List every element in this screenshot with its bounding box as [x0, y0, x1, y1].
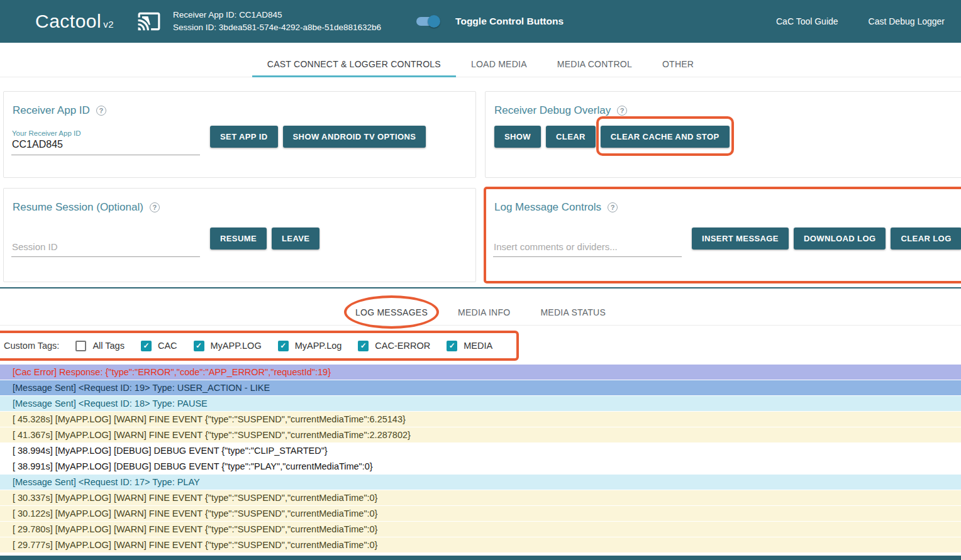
show-button[interactable]: SHOW — [494, 126, 541, 148]
resume-button[interactable]: RESUME — [210, 228, 267, 250]
tab-load-media[interactable]: LOAD MEDIA — [456, 52, 542, 77]
help-icon[interactable] — [96, 106, 106, 116]
checkbox-all-tags[interactable] — [75, 341, 86, 351]
tag-label: CAC-ERROR — [375, 341, 430, 351]
app-name: Cactool — [35, 11, 101, 31]
button-row: SET APP ID SHOW ANDROID TV OPTIONS — [210, 126, 426, 148]
log-row: [ 45.328s] [MyAPP.LOG] [WARN] FINE EVENT… — [0, 412, 961, 427]
checkbox-myapp-log-mixed[interactable] — [278, 341, 289, 351]
field-label: Your Receiver App ID — [12, 129, 200, 137]
session-info: Receiver App ID: CC1AD845 Session ID: 3b… — [173, 9, 381, 34]
button-row: INSERT MESSAGE DOWNLOAD LOG CLEAR LOG — [692, 228, 961, 250]
header-links: CaC Tool Guide Cast Debug Logger — [776, 16, 945, 26]
tag-myapp-log-mixed[interactable]: MyAPP.Log — [278, 341, 342, 351]
log-message-list: [Cac Error] Response: {"type":"ERROR","c… — [0, 365, 961, 553]
log-row: [ 38.991s] [MyAPP.LOG] [DEBUG] DEBUG EVE… — [0, 459, 961, 475]
receiver-app-id-line: Receiver App ID: CC1AD845 — [173, 9, 381, 21]
insert-message-button[interactable]: INSERT MESSAGE — [692, 228, 789, 250]
leave-button[interactable]: LEAVE — [272, 228, 319, 250]
show-android-tv-options-button[interactable]: SHOW ANDROID TV OPTIONS — [283, 126, 426, 148]
checkbox-cac[interactable] — [141, 341, 152, 351]
tab-cast-connect-logger-controls[interactable]: CAST CONNECT & LOGGER CONTROLS — [252, 52, 456, 77]
log-row: [Message Sent] <Request ID: 17> Type: PL… — [0, 475, 961, 490]
button-row: RESUME LEAVE — [210, 228, 319, 250]
clear-cache-button-wrap: CLEAR CACHE AND STOP — [601, 126, 730, 148]
help-icon[interactable] — [617, 106, 627, 116]
panel-resume-session: Resume Session (Optional) RESUME LEAVE — [3, 188, 476, 282]
set-app-id-button[interactable]: SET APP ID — [210, 126, 278, 148]
clear-log-button[interactable]: CLEAR LOG — [891, 228, 961, 250]
panel-title-row: Receiver Debug Overlay — [494, 104, 961, 117]
log-comment-input[interactable] — [493, 239, 682, 257]
button-row: SHOW CLEAR CLEAR CACHE AND STOP — [494, 126, 730, 148]
tab-log-messages[interactable]: LOG MESSAGES — [340, 300, 443, 325]
cast-icon — [135, 9, 163, 33]
session-id-value: 3bdea581-574e-4292-a8be-51de881632b6 — [219, 23, 381, 32]
custom-tags-inner: Custom Tags: All Tags CAC MyAPP.LOG MyAP… — [4, 333, 518, 358]
panel-title-row: Receiver App ID — [13, 104, 468, 117]
tag-label: All Tags — [92, 341, 125, 351]
log-row: [ 29.777s] [MyAPP.LOG] [WARN] FINE EVENT… — [0, 537, 961, 553]
tag-label: MyAPP.Log — [295, 341, 342, 351]
panel-body: INSERT MESSAGE DOWNLOAD LOG CLEAR LOG — [493, 228, 961, 257]
log-messages-tab-wrap: LOG MESSAGES — [340, 300, 443, 325]
checkbox-cac-error[interactable] — [358, 341, 369, 351]
app-header: Cactoolv2 Receiver App ID: CC1AD845 Sess… — [0, 0, 961, 43]
panel-log-message-controls: Log Message Controls INSERT MESSAGE DOWN… — [485, 188, 961, 282]
panel-title-row: Resume Session (Optional) — [13, 201, 468, 214]
download-log-button[interactable]: DOWNLOAD LOG — [794, 228, 886, 250]
log-row: [ 30.337s] [MyAPP.LOG] [WARN] FINE EVENT… — [0, 490, 961, 506]
tab-media-control[interactable]: MEDIA CONTROL — [542, 52, 647, 77]
panel-body: Your Receiver App ID SET APP ID SHOW AND… — [11, 126, 468, 155]
panel-receiver-debug-overlay: Receiver Debug Overlay SHOW CLEAR CLEAR … — [485, 91, 961, 178]
session-id-field — [11, 232, 200, 257]
receiver-app-id-input[interactable] — [11, 137, 200, 155]
log-row: [ 38.994s] [MyAPP.LOG] [DEBUG] DEBUG EVE… — [0, 443, 961, 459]
tab-media-info[interactable]: MEDIA INFO — [443, 300, 525, 325]
session-id-line: Session ID: 3bdea581-574e-4292-a8be-51de… — [173, 21, 381, 34]
help-icon[interactable] — [150, 202, 160, 212]
tag-media[interactable]: MEDIA — [447, 341, 492, 351]
panel-title: Receiver Debug Overlay — [494, 104, 611, 117]
receiver-app-id-field: Your Receiver App ID — [11, 129, 200, 155]
tag-label: CAC — [158, 341, 177, 351]
log-row: [Cac Error] Response: {"type":"ERROR","c… — [0, 365, 961, 380]
app-version: v2 — [103, 19, 114, 30]
panel-receiver-app-id: Receiver App ID Your Receiver App ID SET… — [3, 91, 476, 178]
tab-other[interactable]: OTHER — [647, 52, 709, 77]
link-cast-debug-logger[interactable]: Cast Debug Logger — [869, 16, 945, 26]
checkbox-media[interactable] — [447, 341, 457, 351]
panel-title-row: Log Message Controls — [494, 201, 961, 214]
link-cac-tool-guide[interactable]: CaC Tool Guide — [776, 16, 838, 26]
panel-title: Receiver App ID — [13, 104, 90, 117]
tag-myapp-log-upper[interactable]: MyAPP.LOG — [194, 341, 262, 351]
session-id-label: Session ID: — [173, 23, 216, 32]
toggle-label: Toggle Control Buttons — [455, 16, 564, 27]
tag-label: MyAPP.LOG — [211, 341, 262, 351]
panel-title: Resume Session (Optional) — [13, 201, 143, 214]
tag-all-tags[interactable]: All Tags — [75, 341, 125, 351]
tag-cac[interactable]: CAC — [141, 341, 177, 351]
main-tabbar: CAST CONNECT & LOGGER CONTROLS LOAD MEDI… — [0, 43, 961, 77]
tab-media-status[interactable]: MEDIA STATUS — [525, 300, 621, 325]
tag-label: MEDIA — [464, 341, 492, 351]
help-icon[interactable] — [608, 202, 618, 212]
receiver-app-id-label: Receiver App ID: — [173, 10, 236, 19]
clear-button[interactable]: CLEAR — [546, 126, 596, 148]
toggle-knob — [428, 15, 440, 28]
panel-body: RESUME LEAVE — [11, 228, 468, 257]
checkbox-myapp-log-upper[interactable] — [194, 341, 204, 351]
receiver-app-id-value: CC1AD845 — [239, 10, 282, 19]
log-row: [ 29.780s] [MyAPP.LOG] [WARN] FINE EVENT… — [0, 522, 961, 537]
log-row: [ 41.367s] [MyAPP.LOG] [WARN] FINE EVENT… — [0, 427, 961, 443]
log-tabbar: LOG MESSAGES MEDIA INFO MEDIA STATUS — [0, 288, 961, 326]
panel-title: Log Message Controls — [494, 201, 601, 214]
panel-body: SHOW CLEAR CLEAR CACHE AND STOP — [493, 126, 961, 155]
control-panels: Receiver App ID Your Receiver App ID SET… — [0, 91, 961, 282]
toggle-control-buttons-switch[interactable] — [416, 17, 439, 26]
tag-cac-error[interactable]: CAC-ERROR — [358, 341, 430, 351]
custom-tags-bar: Custom Tags: All Tags CAC MyAPP.LOG MyAP… — [0, 333, 961, 358]
clear-cache-and-stop-button[interactable]: CLEAR CACHE AND STOP — [601, 126, 730, 148]
footer-strip — [0, 556, 961, 560]
session-id-input[interactable] — [11, 239, 200, 257]
